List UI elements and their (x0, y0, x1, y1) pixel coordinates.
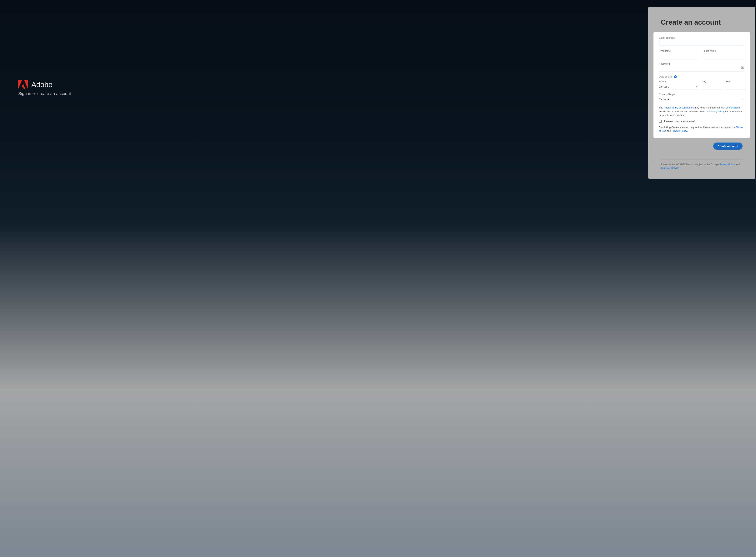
form-card: Email address First name Last name Passw… (653, 32, 750, 138)
day-input[interactable] (702, 84, 722, 89)
agree-text: By clicking Create account, I agree that… (659, 125, 745, 133)
email-label: Email address (659, 36, 745, 39)
country-field-wrap: Country/Region Canada (659, 93, 745, 102)
dob-row: Month January Day Year (659, 80, 745, 89)
contact-email-checkbox[interactable] (659, 120, 662, 123)
page-title: Create an account (661, 18, 743, 26)
first-name-input[interactable] (659, 53, 699, 59)
info-icon[interactable]: i (674, 76, 677, 78)
logo-row: Adobe (18, 80, 71, 89)
first-name-field-wrap: First name (659, 50, 699, 59)
month-select[interactable]: January (659, 84, 698, 89)
country-label: Country/Region (659, 93, 745, 96)
adobe-logo-icon (18, 80, 28, 89)
email-cursor-wrap (659, 40, 745, 46)
toggle-password-visibility-icon[interactable] (740, 66, 745, 70)
svg-marker-2 (22, 83, 25, 89)
year-label: Year (726, 80, 746, 83)
password-label: Password (659, 62, 745, 65)
contact-email-label: Please contact me via email (664, 120, 695, 123)
day-label: Day (702, 80, 722, 83)
svg-marker-1 (24, 80, 28, 89)
brand-tagline: Sign in or create an account (18, 91, 71, 96)
chevron-down-icon (696, 85, 698, 88)
month-value: January (659, 85, 669, 88)
last-name-label: Last name (704, 50, 745, 52)
personalized-link[interactable]: personalized (726, 106, 740, 109)
password-field-wrap: Password (659, 62, 745, 72)
dob-label-row: Date of birth i (659, 75, 745, 78)
privacy-policy-link-2[interactable]: Privacy Policy (672, 129, 687, 132)
recaptcha-footer: Protected by reCAPTCHA and subject to th… (661, 163, 743, 170)
dob-label: Date of birth (659, 75, 672, 78)
country-select[interactable]: Canada (659, 96, 745, 102)
brand-name: Adobe (31, 81, 53, 89)
signup-panel: Create an account Email address First na… (648, 7, 755, 179)
brand-pane: Adobe Sign in or create an account (18, 80, 71, 96)
google-privacy-link[interactable]: Privacy Policy (720, 163, 735, 166)
create-account-button[interactable]: Create account (713, 143, 743, 150)
last-name-input[interactable] (704, 53, 745, 59)
adobe-companies-link[interactable]: Adobe family of companies (664, 106, 694, 109)
google-tos-link[interactable]: Terms of Service (661, 167, 679, 170)
privacy-policy-link[interactable]: Privacy Policy (709, 110, 724, 113)
password-input[interactable] (659, 66, 745, 72)
contact-checkbox-row: Please contact me via email (659, 120, 745, 123)
chevron-down-icon (742, 98, 744, 101)
email-input[interactable] (659, 40, 745, 46)
submit-row: Create account (661, 143, 743, 150)
consent-text: The Adobe family of companies may keep m… (659, 106, 745, 117)
svg-marker-0 (18, 80, 22, 89)
last-name-field-wrap: Last name (704, 50, 745, 59)
divider (661, 159, 743, 159)
month-label: Month (659, 80, 698, 83)
first-name-label: First name (659, 50, 699, 52)
email-field-wrap: Email address (659, 36, 745, 46)
country-value: Canada (659, 98, 669, 101)
year-input[interactable] (726, 84, 746, 89)
